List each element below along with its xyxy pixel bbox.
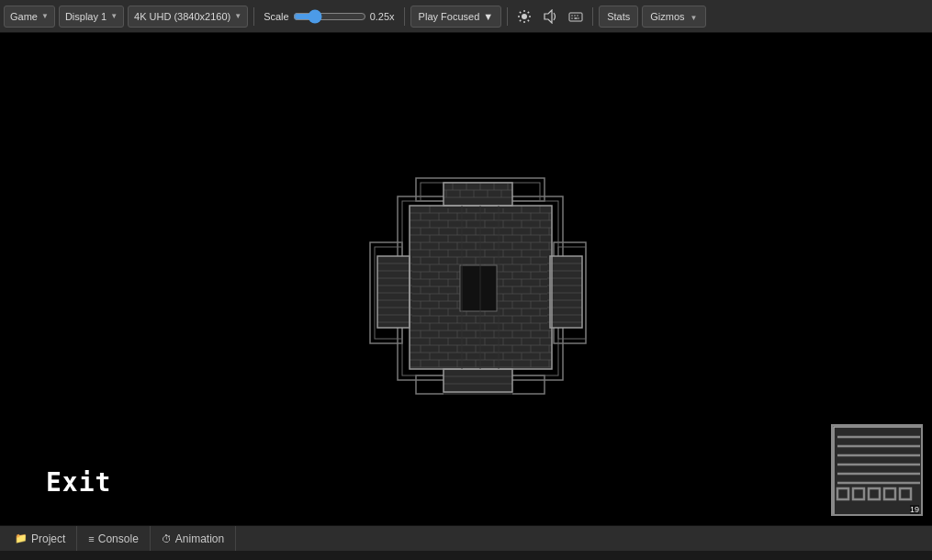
- svg-rect-248: [444, 369, 512, 395]
- console-tab-icon: ≡: [88, 533, 94, 544]
- svg-rect-215: [444, 183, 512, 208]
- animation-tab-icon: ⏱: [162, 533, 172, 544]
- dungeon-map: [310, 137, 623, 421]
- bottom-tab-bar: 📁 Project ≡ Console ⏱ Animation: [0, 525, 932, 551]
- animation-tab[interactable]: ⏱ Animation: [151, 526, 236, 551]
- keyboard-icon: [568, 9, 583, 24]
- separator-2: [404, 7, 405, 26]
- project-tab-label: Project: [31, 532, 65, 545]
- display-dropdown-arrow: ▼: [110, 12, 118, 20]
- keyboard-icon-button[interactable]: [565, 6, 587, 28]
- play-focused-label: Play Focused: [419, 11, 480, 22]
- play-focused-arrow: ▼: [483, 11, 493, 22]
- svg-marker-9: [545, 10, 552, 23]
- play-focused-button[interactable]: Play Focused ▼: [410, 6, 502, 28]
- separator-3: [507, 7, 508, 26]
- toolbar: Game ▼ Display 1 ▼ 4K UHD (3840x2160) ▼ …: [0, 0, 932, 33]
- console-tab[interactable]: ≡ Console: [77, 526, 150, 551]
- gizmos-button[interactable]: Gizmos ▼: [642, 6, 705, 28]
- svg-line-7: [528, 11, 529, 12]
- scale-value: 0.25x: [370, 11, 395, 22]
- game-label: Game: [10, 11, 38, 22]
- svg-rect-10: [569, 13, 582, 21]
- separator-1: [253, 7, 254, 26]
- lighting-icon-button[interactable]: [513, 6, 535, 28]
- scale-label: Scale: [264, 11, 289, 22]
- svg-rect-214: [460, 265, 497, 311]
- separator-4: [592, 7, 593, 26]
- display-dropdown[interactable]: Display 1 ▼: [59, 6, 124, 28]
- svg-line-5: [520, 11, 521, 12]
- game-dropdown[interactable]: Game ▼: [4, 6, 55, 28]
- sun-icon: [517, 9, 532, 24]
- minimap: 19: [831, 424, 923, 516]
- exit-label: Exit: [46, 467, 111, 498]
- audio-icon-button[interactable]: [539, 6, 561, 28]
- minimap-counter: 19: [910, 505, 919, 514]
- audio-icon: [543, 9, 557, 24]
- svg-line-8: [520, 19, 521, 20]
- game-dropdown-arrow: ▼: [41, 12, 49, 20]
- minimap-svg: [833, 426, 923, 516]
- scale-slider[interactable]: [293, 9, 366, 24]
- stats-button[interactable]: Stats: [599, 6, 638, 28]
- resolution-dropdown[interactable]: 4K UHD (3840x2160) ▼: [128, 6, 248, 28]
- project-tab-icon: 📁: [15, 532, 28, 544]
- animation-tab-label: Animation: [175, 532, 224, 545]
- gizmos-arrow: ▼: [691, 14, 698, 22]
- console-tab-label: Console: [98, 532, 139, 545]
- resolution-label: 4K UHD (3840x2160): [134, 11, 230, 22]
- svg-point-0: [522, 14, 527, 19]
- project-tab[interactable]: 📁 Project: [4, 526, 77, 551]
- svg-rect-228: [377, 256, 412, 328]
- svg-rect-259: [833, 426, 923, 516]
- resolution-dropdown-arrow: ▼: [234, 12, 241, 20]
- svg-line-6: [528, 19, 529, 20]
- display-label: Display 1: [65, 11, 107, 22]
- game-viewport[interactable]: Exit 19: [0, 33, 932, 525]
